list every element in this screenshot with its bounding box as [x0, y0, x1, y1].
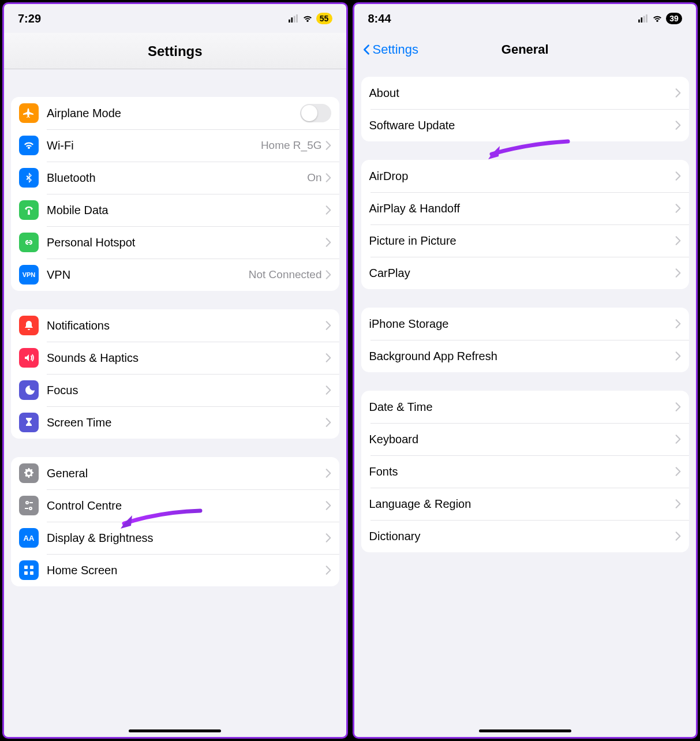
chevron-right-icon: [325, 270, 331, 280]
battery-indicator: 55: [316, 13, 332, 24]
chevron-right-icon: [325, 417, 331, 428]
row-label: Notifications: [47, 319, 325, 332]
settings-row-sounds[interactable]: Sounds & Haptics: [11, 342, 339, 374]
settings-row-airplane[interactable]: Airplane Mode: [11, 97, 339, 129]
row-label: Picture in Picture: [369, 234, 676, 248]
settings-row-wifi[interactable]: Wi-FiHome R_5G: [11, 129, 339, 162]
row-label: AirPlay & Handoff: [369, 202, 676, 215]
settings-row-keyboard[interactable]: Keyboard: [361, 423, 690, 455]
row-label: Screen Time: [47, 416, 325, 429]
chevron-right-icon: [675, 402, 681, 412]
status-bar: 7:29 55: [4, 4, 346, 33]
chevron-right-icon: [325, 353, 331, 363]
row-label: VPN: [47, 268, 249, 282]
settings-row-general[interactable]: General: [11, 457, 339, 489]
wifi-icon: [19, 136, 39, 155]
row-label: Dictionary: [369, 530, 676, 543]
settings-row-about[interactable]: About: [361, 77, 690, 109]
chevron-right-icon: [325, 468, 331, 478]
settings-row-vpn[interactable]: VPNVPNNot Connected: [11, 259, 339, 291]
row-label: Home Screen: [47, 564, 325, 577]
chevron-right-icon: [675, 171, 681, 181]
settings-row-screentime[interactable]: Screen Time: [11, 406, 339, 439]
settings-row-storage[interactable]: iPhone Storage: [361, 308, 690, 340]
settings-row-mobile[interactable]: Mobile Data: [11, 194, 339, 226]
row-label: About: [369, 87, 676, 100]
wifi-status-icon: [302, 14, 313, 23]
chevron-right-icon: [325, 237, 331, 248]
gear-icon: [19, 463, 39, 483]
display-icon: AA: [19, 528, 39, 548]
screenshot-settings: 7:29 55 Settings Airplane ModeWi-FiHome …: [2, 2, 348, 739]
settings-row-fonts[interactable]: Fonts: [361, 455, 690, 488]
chevron-left-icon: [361, 43, 372, 57]
wifi-status-icon: [652, 14, 662, 23]
settings-row-home[interactable]: Home Screen: [11, 554, 339, 586]
back-button[interactable]: Settings: [361, 42, 419, 57]
row-label: Sounds & Haptics: [47, 351, 325, 365]
settings-row-refresh[interactable]: Background App Refresh: [361, 340, 690, 372]
settings-row-airdrop[interactable]: AirDrop: [361, 160, 690, 192]
toggle-switch[interactable]: [300, 104, 331, 122]
bell-icon: [19, 316, 39, 335]
switches-icon: [19, 496, 39, 515]
settings-row-lang[interactable]: Language & Region: [361, 488, 690, 520]
nav-header: Settings General: [354, 33, 697, 66]
row-label: Focus: [47, 384, 325, 397]
row-label: CarPlay: [369, 267, 676, 280]
row-label: Control Centre: [47, 499, 325, 512]
row-label: Bluetooth: [47, 171, 307, 185]
home-indicator: [129, 729, 221, 732]
settings-row-bluetooth[interactable]: BluetoothOn: [11, 162, 339, 194]
home-indicator: [479, 729, 571, 732]
settings-row-carplay[interactable]: CarPlay: [361, 257, 690, 289]
row-label: General: [47, 467, 325, 480]
row-label: Personal Hotspot: [47, 236, 325, 249]
vpn-icon: VPN: [19, 265, 39, 285]
row-detail: Not Connected: [249, 268, 322, 281]
signal-icon: [287, 14, 299, 23]
chevron-right-icon: [675, 268, 681, 278]
chevron-right-icon: [675, 203, 681, 214]
chevron-right-icon: [325, 320, 331, 331]
settings-row-control[interactable]: Control Centre: [11, 489, 339, 522]
settings-row-airplay[interactable]: AirPlay & Handoff: [361, 192, 690, 224]
row-label: Mobile Data: [47, 204, 325, 217]
chevron-right-icon: [675, 466, 681, 477]
battery-indicator: 39: [666, 13, 682, 24]
status-bar: 8:44 39: [354, 4, 697, 33]
row-label: Language & Region: [369, 497, 676, 511]
chevron-right-icon: [325, 205, 331, 215]
settings-row-date[interactable]: Date & Time: [361, 391, 690, 423]
row-label: Wi-Fi: [47, 139, 261, 152]
settings-row-update[interactable]: Software Update: [361, 109, 690, 141]
chevron-right-icon: [675, 319, 681, 329]
chevron-right-icon: [675, 531, 681, 541]
chevron-right-icon: [325, 565, 331, 575]
row-label: Date & Time: [369, 401, 676, 414]
chevron-right-icon: [325, 140, 331, 151]
chevron-right-icon: [675, 434, 681, 444]
settings-row-focus[interactable]: Focus: [11, 374, 339, 406]
speaker-icon: [19, 348, 39, 368]
chevron-right-icon: [675, 499, 681, 509]
general-list[interactable]: AboutSoftware Update AirDropAirPlay & Ha…: [354, 66, 697, 737]
row-label: Software Update: [369, 119, 676, 132]
settings-row-notifications[interactable]: Notifications: [11, 309, 339, 342]
settings-row-display[interactable]: AADisplay & Brightness: [11, 522, 339, 554]
settings-row-hotspot[interactable]: Personal Hotspot: [11, 226, 339, 259]
chevron-right-icon: [325, 500, 331, 511]
status-time: 8:44: [368, 12, 391, 25]
settings-row-dict[interactable]: Dictionary: [361, 520, 690, 552]
bluetooth-icon: [19, 168, 39, 188]
moon-icon: [19, 380, 39, 400]
row-label: Background App Refresh: [369, 350, 676, 363]
row-label: iPhone Storage: [369, 317, 676, 331]
chevron-right-icon: [325, 385, 331, 395]
chevron-right-icon: [675, 88, 681, 98]
settings-list[interactable]: Airplane ModeWi-FiHome R_5GBluetoothOnMo…: [4, 69, 346, 737]
chevron-right-icon: [675, 351, 681, 361]
settings-row-pip[interactable]: Picture in Picture: [361, 224, 690, 257]
grid-icon: [19, 560, 39, 580]
row-label: Display & Brightness: [47, 532, 325, 545]
